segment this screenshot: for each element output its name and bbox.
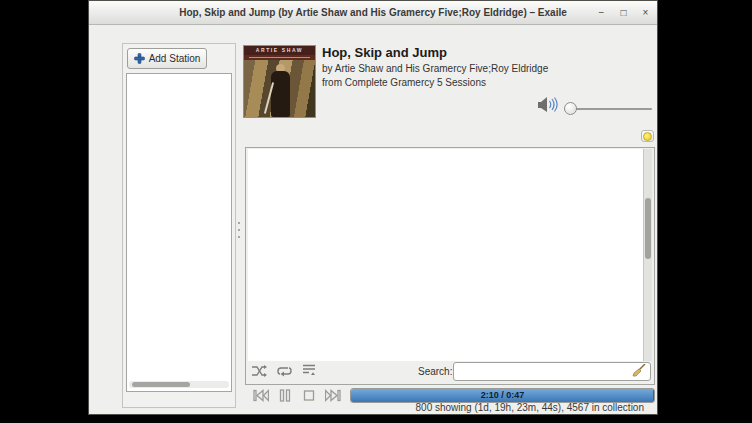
station-tree	[126, 73, 232, 392]
search-label: Search:	[418, 366, 452, 377]
playlist-footer: Search:	[246, 360, 654, 384]
desktop-background: Hop, Skip and Jump (by Artie Shaw and Hi…	[0, 0, 752, 423]
scrollbar-thumb[interactable]	[645, 198, 651, 259]
add-station-button[interactable]: Add Station	[127, 48, 207, 69]
playlist-notebook: Search:	[245, 147, 655, 385]
volume-slider[interactable]	[564, 102, 652, 115]
search-input[interactable]	[453, 362, 651, 381]
shuffle-icon[interactable]	[252, 365, 267, 377]
now-playing-artist: by Artie Shaw and His Gramercy Five;Roy …	[322, 63, 548, 74]
volume-icon[interactable]	[538, 96, 558, 117]
table-vertical-scrollbar[interactable]	[643, 149, 652, 361]
radio-panel: Add Station	[122, 43, 236, 408]
album-art: ARTIE SHAW	[243, 45, 316, 118]
dynamic-icon[interactable]	[302, 364, 316, 377]
album-art-illustration	[244, 60, 315, 117]
close-button[interactable]: ×	[640, 7, 651, 18]
now-playing-title: Hop, Skip and Jump	[322, 45, 447, 60]
volume-track[interactable]	[564, 108, 652, 110]
next-track-button[interactable]	[324, 389, 342, 404]
window-controls: − □ ×	[596, 1, 651, 24]
previous-track-button[interactable]	[252, 389, 270, 404]
stop-button[interactable]	[300, 389, 318, 404]
pause-button[interactable]	[276, 389, 294, 404]
notification-lamp-icon[interactable]	[641, 130, 654, 142]
status-bar-text: 800 showing (1d, 19h, 23m, 44s), 4567 in…	[416, 402, 644, 413]
maximize-button[interactable]: □	[618, 7, 629, 18]
repeat-icon[interactable]	[277, 365, 292, 377]
plus-icon	[134, 53, 145, 64]
progress-time-text: 2:10 / 0:47	[351, 389, 654, 402]
exaile-window: Hop, Skip and Jump (by Artie Shaw and Hi…	[88, 0, 658, 415]
add-station-label: Add Station	[149, 53, 201, 64]
panel-splitter-handle[interactable]	[238, 222, 240, 238]
album-art-artist-text: ARTIE SHAW	[244, 46, 315, 55]
window-title: Hop, Skip and Jump (by Artie Shaw and Hi…	[179, 7, 567, 18]
volume-knob[interactable]	[564, 102, 577, 115]
clear-search-broom-icon[interactable]	[632, 364, 646, 377]
titlebar[interactable]: Hop, Skip and Jump (by Artie Shaw and Hi…	[89, 1, 657, 25]
playlist-options	[252, 364, 316, 377]
minimize-button[interactable]: −	[596, 7, 607, 18]
track-table	[248, 149, 643, 361]
scrollbar-thumb[interactable]	[132, 382, 190, 387]
now-playing-album: from Complete Gramercy 5 Sessions	[322, 77, 486, 88]
tree-horizontal-scrollbar[interactable]	[129, 381, 229, 388]
seek-progress-bar[interactable]: 2:10 / 0:47	[350, 388, 655, 403]
